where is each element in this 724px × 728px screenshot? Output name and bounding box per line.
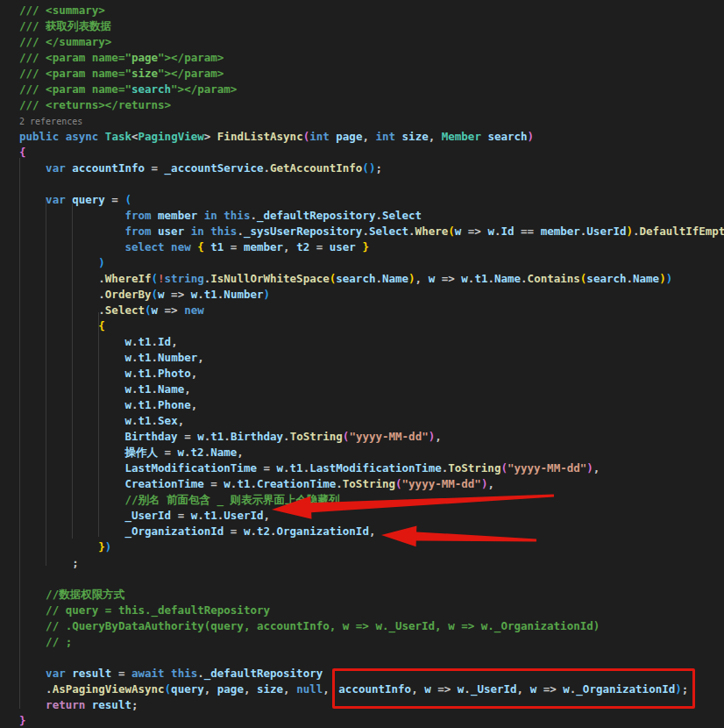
code-line[interactable]: w.t1.Sex, [0, 413, 724, 429]
code-line[interactable]: .OrderBy(w => w.t1.Number) [0, 287, 724, 303]
code-line[interactable]: /// </summary> [0, 34, 724, 50]
code-line[interactable]: //别名 前面包含 _ 则表示界面上会隐藏列 [0, 492, 724, 508]
code-line[interactable]: /// <param name="size"></param> [0, 66, 724, 82]
code-line[interactable]: .AsPagingViewAsync(query, page, size, nu… [0, 682, 724, 697]
code-line[interactable]: } [0, 713, 724, 728]
code-line[interactable]: /// 获取列表数据 [0, 18, 724, 34]
code-line[interactable]: CreationTime = w.t1.CreationTime.ToStrin… [0, 476, 724, 492]
code-line[interactable]: from member in this._defaultRepository.S… [0, 208, 724, 224]
code-line[interactable] [0, 571, 724, 587]
code-line[interactable]: ; [0, 555, 724, 571]
code-line[interactable]: LastModificationTime = w.t1.LastModifica… [0, 460, 724, 476]
code-line[interactable]: // .QueryByDataAuthority(query, accountI… [0, 618, 724, 634]
code-area[interactable]: /// <summary>/// 获取列表数据/// </summary>///… [0, 3, 724, 728]
codelens-references[interactable]: 2 references [0, 113, 724, 129]
code-line[interactable]: /// <summary> [0, 3, 724, 18]
code-line[interactable]: 操作人 = w.t2.Name, [0, 445, 724, 460]
code-line[interactable]: var accountInfo = _accountService.GetAcc… [0, 161, 724, 176]
code-line[interactable]: // ; [0, 634, 724, 650]
code-line[interactable]: }) [0, 539, 724, 555]
code-line[interactable]: var query = ( [0, 192, 724, 208]
code-line[interactable]: /// <param name="search"></param> [0, 82, 724, 97]
code-line[interactable]: // query = this._defaultRepository [0, 603, 724, 618]
code-line[interactable]: _UserId = w.t1.UserId, [0, 508, 724, 524]
code-line[interactable]: _OrganizationId = w.t2.OrganizationId, [0, 524, 724, 539]
code-line[interactable] [0, 176, 724, 192]
code-line[interactable]: /// <param name="page"></param> [0, 50, 724, 66]
code-line[interactable]: Birthday = w.t1.Birthday.ToString("yyyy-… [0, 429, 724, 445]
code-line[interactable]: w.t1.Number, [0, 350, 724, 366]
code-line[interactable]: ) [0, 255, 724, 271]
code-line[interactable]: .WhereIf(!string.IsNullOrWhiteSpace(sear… [0, 271, 724, 287]
code-line[interactable]: from user in this._sysUserRepository.Sel… [0, 224, 724, 239]
code-line[interactable] [0, 650, 724, 666]
code-line[interactable]: public async Task<PagingView> FindListAs… [0, 129, 724, 145]
code-line[interactable]: //数据权限方式 [0, 587, 724, 603]
code-line[interactable]: w.t1.Photo, [0, 366, 724, 382]
code-line[interactable]: w.t1.Id, [0, 334, 724, 350]
code-editor[interactable]: /// <summary>/// 获取列表数据/// </summary>///… [0, 0, 724, 728]
code-line[interactable]: /// <returns></returns> [0, 97, 724, 113]
code-line[interactable]: { [0, 318, 724, 334]
code-line[interactable]: { [0, 145, 724, 161]
annotation-box: accountInfo, w => w._UserId, w => w._Org… [332, 668, 695, 709]
code-line[interactable]: w.t1.Name, [0, 382, 724, 397]
code-line[interactable]: .Select(w => new [0, 303, 724, 318]
code-line[interactable]: w.t1.Phone, [0, 397, 724, 413]
code-line[interactable]: select new { t1 = member, t2 = user } [0, 239, 724, 255]
